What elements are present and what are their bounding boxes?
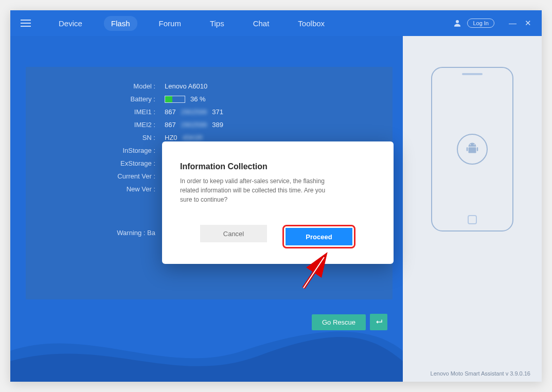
minimize-icon[interactable]: — [509, 19, 517, 28]
svg-rect-4 [467, 147, 468, 151]
proceed-highlight: Proceed [282, 225, 355, 248]
svg-rect-3 [469, 147, 476, 153]
svg-point-2 [474, 144, 475, 145]
user-icon [453, 19, 462, 28]
nav-flash[interactable]: Flash [104, 16, 137, 31]
login-button[interactable]: Log In [467, 19, 494, 28]
titlebar: Device Flash Forum Tips Chat Toolbox Log… [10, 10, 542, 36]
cancel-button[interactable]: Cancel [200, 225, 267, 242]
dialog-title: Information Collection [180, 162, 376, 171]
svg-rect-5 [477, 147, 478, 151]
nav-chat[interactable]: Chat [246, 16, 277, 31]
nav-toolbox[interactable]: Toolbox [291, 16, 332, 31]
nav-tips[interactable]: Tips [203, 16, 232, 31]
nav-forum[interactable]: Forum [152, 16, 188, 31]
android-icon [457, 134, 488, 165]
svg-point-1 [470, 144, 471, 145]
device-preview-panel: Lenovo Moto Smart Assistant v 3.9.0.16 [403, 36, 542, 382]
nav-device[interactable]: Device [51, 16, 90, 31]
phone-outline-icon [431, 67, 513, 231]
svg-point-0 [456, 20, 459, 23]
close-icon[interactable]: ✕ [525, 19, 531, 28]
nav-bar: Device Flash Forum Tips Chat Toolbox [51, 16, 332, 31]
hamburger-menu-icon[interactable] [21, 20, 31, 27]
app-window: Device Flash Forum Tips Chat Toolbox Log… [10, 10, 542, 382]
dialog-text: In order to keep valid after-sales servi… [180, 176, 334, 204]
version-label: Lenovo Moto Smart Assistant v 3.9.0.16 [431, 370, 530, 377]
info-collection-dialog: Information Collection In order to keep … [162, 141, 394, 264]
proceed-button[interactable]: Proceed [286, 228, 352, 245]
